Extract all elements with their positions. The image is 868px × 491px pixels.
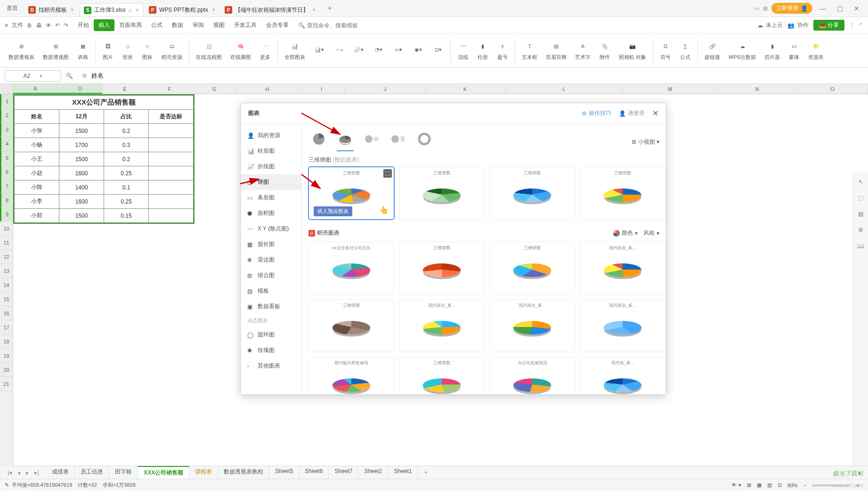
chart-template-card[interactable]: 三维饼图 [399,357,485,394]
next-sheet-button[interactable]: ▸ [23,469,32,476]
close-tab-icon[interactable]: × [312,7,316,13]
chart-template-card[interactable]: 三维饼图 [399,242,485,295]
col-header[interactable]: H [237,84,298,94]
chart-type-item[interactable]: ❋雷达图 [241,252,301,268]
ribbon-item[interactable]: ▭▾ [389,43,408,58]
col-header[interactable]: J [345,84,425,94]
row-header[interactable]: 12 [0,250,13,264]
ribbon-item[interactable]: 🗂稻壳资源 [158,40,186,62]
cloud-icon[interactable]: ☁ [757,22,763,29]
edit-mode-icon[interactable]: ✎ [5,482,9,488]
last-sheet-button[interactable]: ▸| [32,469,41,476]
doughnut-icon[interactable] [416,131,433,147]
sheet-tab[interactable]: 成绩表 [46,466,75,479]
ribbon-item[interactable]: ◉▾ [409,43,428,58]
chart-template-card[interactable]: 简约版兴和发展情 [308,357,394,394]
ribbon-item[interactable]: ▮切片器 [761,40,784,62]
doc-tab[interactable]: D找稻壳模板× [24,3,78,16]
style-filter[interactable]: 风格 ▾ [643,229,659,237]
book-icon[interactable]: 📖 [856,241,866,251]
col-header[interactable]: O [797,84,868,94]
ribbon-item[interactable]: 〰▾ [330,43,349,58]
table-cell[interactable] [149,152,194,166]
ribbon-item[interactable]: 📊全部图表 [281,40,309,62]
table-cell[interactable] [149,180,194,195]
chart-template-card[interactable]: xx企业各分公司支出 [308,242,394,295]
chart-type-item[interactable]: ◯圆环图 [241,327,301,343]
ribbon-item[interactable]: ▮柱形 [473,40,492,62]
chart-type-item[interactable]: ▣数据看板 [241,299,301,314]
chart-type-item[interactable]: ⋯X Y (散点图) [241,221,301,237]
add-sheet-button[interactable]: ＋ [418,468,433,476]
login-button[interactable]: 立即登录👤 [771,3,812,14]
row-header[interactable]: 16 [0,306,13,320]
menu-item[interactable]: 数据 [167,19,188,31]
chart-type-item[interactable]: ⊞组合图 [241,268,301,283]
chart-type-item[interactable]: 📈折线图 [241,159,301,174]
chart-type-item[interactable]: ⬟面积图 [241,205,301,221]
table-cell[interactable]: 小李 [15,195,59,209]
data-table[interactable]: XXX公司产品销售额姓名12月占比是否达标小张15000.2小杨17000.3小… [13,94,195,224]
pie-2d-icon[interactable] [310,131,327,147]
row-header[interactable]: 13 [0,264,13,278]
table-cell[interactable]: 小张 [15,124,59,138]
ribbon-item[interactable]: ∑公式 [676,40,695,62]
chart-type-item[interactable]: ▦股价图 [241,237,301,252]
chart-template-card[interactable]: 现代商业_多... [489,299,575,352]
view-break-icon[interactable]: ⊡ [778,482,782,488]
pie-3d-icon[interactable] [337,131,354,147]
sheet-tab[interactable]: 课程表 [189,466,218,479]
chart-preset-card[interactable]: 三维饼图 [399,167,485,220]
ribbon-item[interactable]: ◔▾ [369,43,388,58]
table-cell[interactable]: 1500 [59,152,104,166]
chart-type-item[interactable]: 📊柱形图 [241,143,301,159]
col-header[interactable]: F [147,84,192,94]
table-cell[interactable] [149,166,194,180]
undo-icon[interactable]: ↶ [55,22,60,29]
ribbon-item[interactable]: ◇形状 [118,40,137,62]
table-cell[interactable]: 0.2 [104,152,149,166]
ribbon-item[interactable]: ⊞数据透视表 [5,40,38,62]
expand-icon[interactable]: ⛶ [383,169,392,178]
ribbon-item[interactable]: ⋯更多 [256,40,275,62]
row-header[interactable]: 18 [0,335,13,349]
close-window-button[interactable]: ✕ [850,5,863,12]
ribbon-item[interactable]: 🖼图片 [98,40,117,62]
row-header[interactable]: 8 [0,193,13,207]
table-cell[interactable] [149,138,194,152]
settings-icon[interactable]: ⚙ [856,225,866,235]
table-cell[interactable]: 1400 [59,180,104,195]
preview-icon[interactable]: 👁 [46,22,51,29]
coop-icon[interactable]: 👥 [787,22,795,29]
chart-template-card[interactable]: 三维饼图 [308,299,394,352]
table-cell[interactable]: 0.15 [104,209,149,223]
cursor-icon[interactable]: ↖ [856,177,866,187]
row-header[interactable]: 6 [0,165,13,179]
tips-link[interactable]: ⚙操作技巧 [582,109,611,117]
ribbon-item[interactable]: Ω符号 [656,40,675,62]
table-cell[interactable]: 0.3 [104,138,149,152]
menu-item[interactable]: 页面布局 [114,19,146,31]
chart-preset-card[interactable]: 三维饼图 [580,167,665,220]
dialog-login[interactable]: 👤请登录 [619,109,645,117]
prev-sheet-button[interactable]: ◂ [15,469,23,476]
ribbon-item[interactable]: ☆图标 [138,40,157,62]
ribbon-item[interactable]: ±盈亏 [493,40,512,62]
ribbon-item[interactable]: ▭窗体 [785,40,803,62]
sheet-tab[interactable]: 田字格 [109,466,138,479]
view-normal-icon[interactable]: ▦ [757,482,762,488]
table-cell[interactable]: 0.2 [104,124,149,138]
col-header[interactable]: N [717,84,797,94]
sheet-tab[interactable]: XXX公司销售额 [138,466,189,479]
select-all-corner[interactable] [0,84,13,94]
sheet-tab[interactable]: Sheet7 [329,466,358,479]
doc-tab[interactable]: S工作簿3.xlsx○× [80,3,143,16]
row-header[interactable]: 4 [0,137,13,151]
chart-type-item[interactable]: ◔饼图 [241,174,301,190]
table-cell[interactable]: 小郑 [15,209,59,223]
fx-label[interactable]: fx [82,73,87,79]
row-header[interactable]: 19 [0,349,13,363]
chart-type-item[interactable]: ▭条形图 [241,190,301,205]
ribbon-item[interactable]: 〰流线 [454,40,472,62]
pie-of-pie-icon[interactable] [363,131,380,147]
